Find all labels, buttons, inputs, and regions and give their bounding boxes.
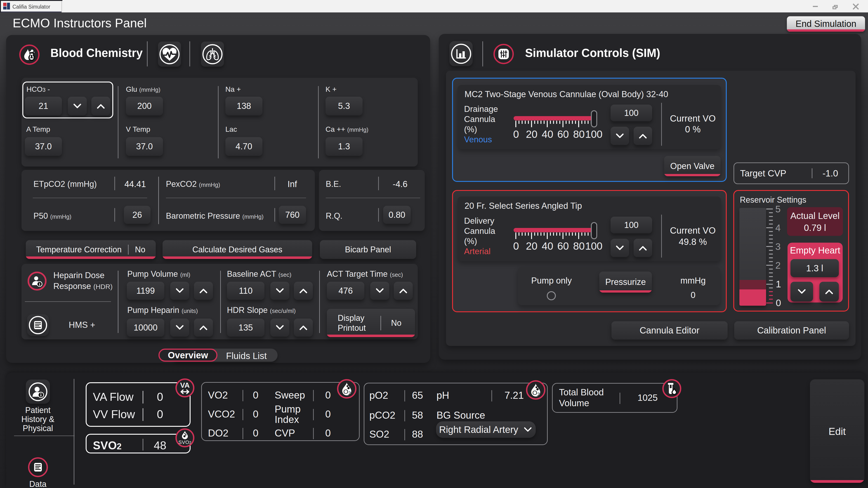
svg-text:5: 5	[775, 204, 780, 215]
svg-text:2: 2	[775, 260, 780, 271]
svg-text:O: O	[532, 389, 537, 396]
svg-text:4: 4	[775, 223, 780, 233]
svg-text:40: 40	[541, 240, 553, 252]
svg-text:3: 3	[775, 241, 780, 252]
svg-text:0: 0	[513, 128, 519, 140]
svg-text:O: O	[343, 388, 348, 395]
svg-text:80: 80	[573, 240, 585, 252]
svg-text:60: 60	[557, 128, 569, 140]
svg-text:2: 2	[537, 392, 540, 397]
svg-text:100: 100	[585, 128, 602, 140]
svg-text:100: 100	[585, 240, 602, 252]
svg-text:2: 2	[348, 391, 351, 396]
svg-text:80: 80	[573, 128, 585, 140]
svg-text:20: 20	[526, 128, 537, 140]
svg-text:20: 20	[526, 240, 537, 252]
svg-text:0: 0	[513, 240, 519, 252]
svg-text:40: 40	[541, 128, 553, 140]
svg-text:0: 0	[776, 297, 781, 308]
svg-text:1: 1	[776, 279, 781, 289]
svg-text:60: 60	[557, 240, 569, 252]
